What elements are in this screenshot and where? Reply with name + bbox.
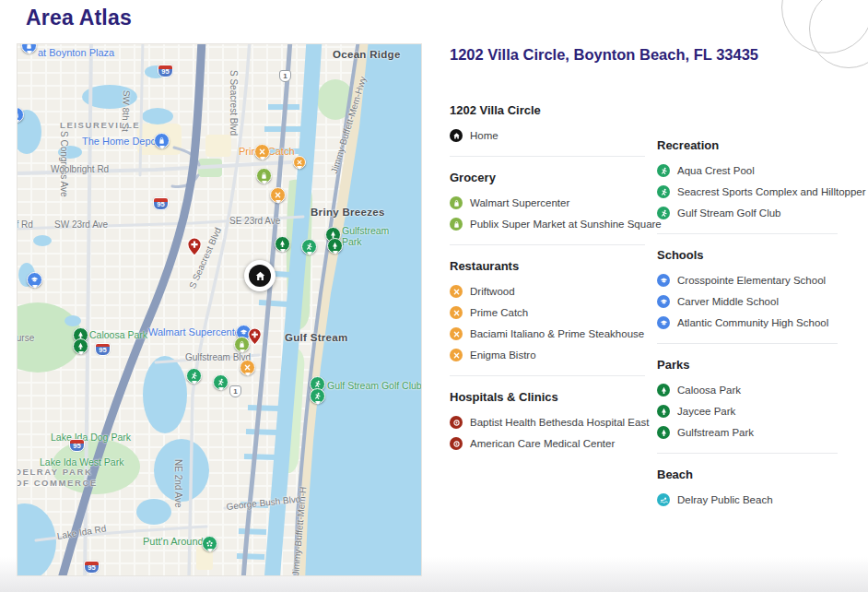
i95-shield: 95 xyxy=(69,439,85,452)
mini-golf-marker[interactable] xyxy=(202,536,217,551)
hospital-pin-marker[interactable] xyxy=(187,237,202,260)
divider xyxy=(450,156,645,157)
item-label: Walmart Supercenter xyxy=(470,197,569,208)
section-title: Hospitals & Clinics xyxy=(450,390,645,404)
item-label: Gulfstream Park xyxy=(677,427,754,438)
map-label-poi[interactable]: Caloosa Park xyxy=(89,329,147,340)
park-marker[interactable] xyxy=(275,236,290,252)
park-marker[interactable] xyxy=(327,238,343,254)
recreation-icon xyxy=(657,207,670,219)
item-label: Jaycee Park xyxy=(677,406,735,417)
school-icon xyxy=(657,274,670,287)
divider xyxy=(657,453,838,454)
legend-column-left: 1202 Villa Circle Home Grocery Walmart S… xyxy=(450,101,645,458)
item-label: Caloosa Park xyxy=(677,385,741,396)
restaurant-icon xyxy=(450,285,463,298)
list-item: Publix Super Market at Sunshine Square xyxy=(450,218,645,231)
map-label-poi[interactable]: Lake Ida Dog Park xyxy=(51,432,131,443)
map-label-poi[interactable]: Park xyxy=(342,236,362,247)
hospital-pin-marker[interactable] xyxy=(248,327,262,349)
park-icon xyxy=(657,384,670,397)
hospital-icon xyxy=(450,437,463,450)
restaurant-marker[interactable] xyxy=(254,144,270,160)
school-marker[interactable] xyxy=(27,272,42,288)
map-label-poi[interactable]: Walmart Supercenter xyxy=(148,326,244,337)
recreation-icon xyxy=(657,185,670,198)
list-item: Caloosa Park xyxy=(657,384,838,397)
map-label-poi[interactable]: The Home Depot xyxy=(82,136,159,147)
recreation-marker[interactable] xyxy=(213,374,229,390)
list-item: Atlantic Community High School xyxy=(657,316,838,329)
list-item: Enigma Bistro xyxy=(450,349,645,361)
list-item: Crosspointe Elementary School xyxy=(657,274,838,287)
list-item: Prime Catch xyxy=(450,306,645,319)
section-title: Recreation xyxy=(657,138,838,152)
map-label-road: NE 2nd Ave xyxy=(173,459,183,508)
section-grocery: Grocery Walmart Supercenter Publix Super… xyxy=(450,171,645,231)
item-label: Atlantic Community High School xyxy=(677,317,828,328)
home-depot-marker[interactable] xyxy=(154,133,170,148)
list-item: Baptist Health Bethesda Hospital East xyxy=(450,416,645,429)
section-title: 1202 Villa Circle xyxy=(450,103,645,117)
recreation-icon xyxy=(657,164,670,177)
section-recreation: Recreation Aqua Crest Pool Seacrest Spor… xyxy=(657,138,838,219)
list-item: Carver Middle School xyxy=(657,295,838,308)
i95-shield: 95 xyxy=(95,343,111,356)
i95-shield: 95 xyxy=(158,65,173,77)
map-label-poi[interactable]: Putt'n Around xyxy=(143,536,204,547)
list-item: American Care Medical Center xyxy=(450,437,645,450)
grocery-icon xyxy=(450,196,463,209)
address-heading: 1202 Villa Circle, Boynton Beach, FL 334… xyxy=(450,46,758,64)
grocery-marker[interactable] xyxy=(256,168,272,184)
legend-column-right: Recreation Aqua Crest Pool Seacrest Spor… xyxy=(657,136,838,515)
section-address: 1202 Villa Circle Home xyxy=(450,103,645,142)
map-label-district: DELRAY PARK xyxy=(17,467,92,477)
item-label: Prime Catch xyxy=(470,307,528,318)
item-label: Carver Middle School xyxy=(677,296,779,307)
park-marker[interactable] xyxy=(73,338,88,354)
map-label-poi[interactable]: Lake Ida West Park xyxy=(40,456,123,468)
i95-shield: 95 xyxy=(153,197,169,210)
list-item-home: Home xyxy=(450,129,645,142)
home-marker[interactable] xyxy=(244,260,276,291)
item-label: Home xyxy=(470,130,499,141)
map-label-town: Ocean Ridge xyxy=(333,49,401,60)
restaurant-marker[interactable] xyxy=(270,187,286,203)
recreation-marker[interactable] xyxy=(186,368,202,384)
map-label-poi[interactable]: Gulf Stream Golf Club xyxy=(327,380,422,391)
i95-shield: 95 xyxy=(84,561,100,574)
item-label: Driftwood xyxy=(470,286,515,297)
us1-shield: 1 xyxy=(279,70,291,82)
section-schools: Schools Crosspointe Elementary School Ca… xyxy=(657,248,838,329)
section-title: Grocery xyxy=(450,171,645,184)
grocery-icon xyxy=(450,218,463,231)
home-icon xyxy=(450,129,463,142)
map-label-town: Gulf Stream xyxy=(285,332,347,343)
list-item: Gulfstream Park xyxy=(657,426,838,439)
map-label-poi[interactable]: Gulfstream xyxy=(342,225,389,236)
us1-shield: 1 xyxy=(229,385,241,397)
item-label: American Care Medical Center xyxy=(470,438,615,449)
divider xyxy=(657,343,838,344)
map-label-town: Briny Breezes xyxy=(311,207,385,218)
item-label: Baptist Health Bethesda Hospital East xyxy=(470,417,649,428)
map-label-road: SE 23rd Ave xyxy=(229,216,280,226)
map-label-district: OF COMMERCE xyxy=(17,478,98,488)
map-label-poi[interactable]: at Boynton Plaza xyxy=(38,47,114,58)
map-label-road: S Seacrest Blvd xyxy=(229,70,239,136)
divider xyxy=(450,375,645,376)
map-canvas[interactable]: Ocean Ridge Briny Breezes Gulf Stream LE… xyxy=(17,43,422,576)
item-label: Baciami Italiano & Prime Steakhouse xyxy=(470,328,644,339)
list-item: Jaycee Park xyxy=(657,405,838,418)
restaurant-icon xyxy=(450,327,463,340)
section-parks: Parks Caloosa Park Jaycee Park Gulfstrea… xyxy=(657,358,838,439)
section-title: Schools xyxy=(657,248,838,262)
recreation-marker[interactable] xyxy=(310,388,325,404)
section-title: Restaurants xyxy=(450,259,645,273)
recreation-marker[interactable] xyxy=(301,239,317,255)
divider xyxy=(657,233,838,234)
restaurant-marker[interactable] xyxy=(240,360,255,375)
item-label: Aqua Crest Pool xyxy=(677,165,755,176)
restaurant-marker[interactable] xyxy=(293,156,306,169)
hospital-icon xyxy=(450,416,463,429)
